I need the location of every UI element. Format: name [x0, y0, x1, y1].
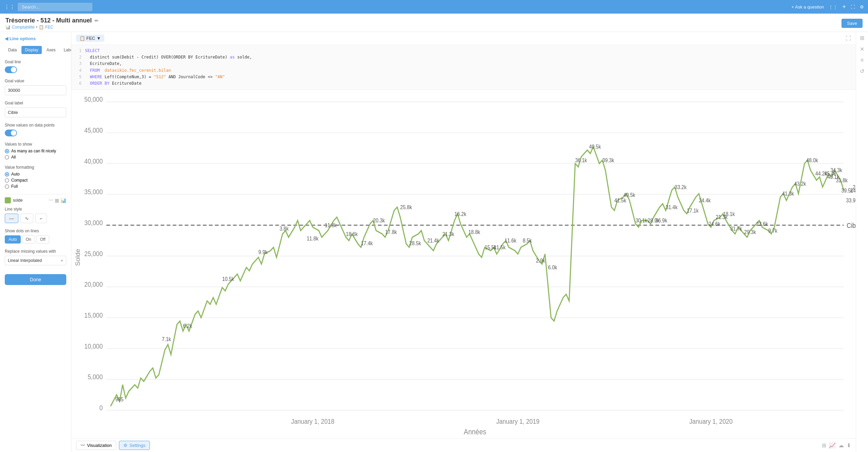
show-values-label: Show values on data points — [5, 123, 66, 128]
cloud-upload-icon[interactable]: ☁ — [838, 442, 844, 449]
svg-text:0: 0 — [99, 404, 103, 412]
rs-table-icon[interactable]: ⊞ — [860, 35, 864, 41]
svg-text:8.5k: 8.5k — [523, 238, 532, 244]
line-style-options: — ∿ ⌐ — [5, 214, 66, 223]
breadcrumb-icon-2: 📋 — [39, 25, 44, 30]
svg-text:34.3k: 34.3k — [830, 167, 842, 173]
bottom-right-actions: ⊞ 📈 ☁ ⬇ — [822, 442, 851, 449]
series-line-icon[interactable]: 〰 — [49, 198, 53, 203]
chart-svg: 50,000 45,000 40,000 35,000 30,000 25,00… — [71, 90, 856, 438]
svg-text:11.5k: 11.5k — [494, 244, 506, 250]
tab-data[interactable]: Data — [5, 46, 20, 54]
svg-text:40.5k: 40.5k — [623, 192, 635, 198]
svg-text:15,000: 15,000 — [84, 312, 103, 319]
download-icon[interactable]: ⬇ — [847, 442, 851, 449]
topnav-right: + Ask a question ⋮⋮ + ⛶ ⚙ — [792, 3, 864, 11]
svg-text:45,000: 45,000 — [84, 127, 103, 134]
grid-icon[interactable]: ⋮⋮ — [829, 4, 837, 10]
dots-auto[interactable]: Auto — [5, 235, 21, 244]
goal-value-input[interactable] — [5, 85, 66, 95]
svg-text:31.8k: 31.8k — [836, 177, 848, 183]
done-button[interactable]: Done — [5, 274, 66, 285]
dots-off[interactable]: Off — [36, 235, 49, 244]
back-link[interactable]: ◀ Line options — [5, 36, 66, 41]
svg-text:January 1, 2020: January 1, 2020 — [689, 418, 732, 425]
svg-text:18.6k: 18.6k — [346, 231, 358, 237]
svg-text:21.3k: 21.3k — [442, 231, 454, 237]
svg-text:17.4k: 17.4k — [361, 240, 373, 247]
sql-editor: 1SELECT 2 distinct sum(Debit - Credit) O… — [71, 45, 856, 90]
series-bar-icon[interactable]: ▦ — [55, 198, 59, 203]
svg-text:36.1k: 36.1k — [575, 157, 587, 163]
search-input[interactable] — [18, 3, 92, 11]
chart-icon[interactable]: 📈 — [829, 442, 836, 449]
goal-label-input[interactable] — [5, 107, 66, 117]
svg-text:11.8k: 11.8k — [325, 222, 337, 228]
series-color-swatch[interactable] — [5, 197, 11, 203]
svg-text:41.5k: 41.5k — [614, 198, 626, 204]
svg-text:48.0k: 48.0k — [806, 157, 818, 163]
ls-solid[interactable]: — — [5, 214, 18, 223]
radio-auto[interactable]: Auto — [5, 172, 66, 177]
expand-icon[interactable]: ⛶ — [846, 35, 851, 41]
header-left: Trésorerie - 512 - Multi annuel ✏ 📊 Comp… — [5, 17, 99, 30]
show-values-toggle[interactable] — [5, 130, 17, 136]
chart-bottombar: 〰 Visualization ⚙ Settings ⊞ 📈 ☁ ⬇ — [71, 438, 856, 452]
table-icon[interactable]: ⊞ — [822, 442, 826, 449]
radio-full[interactable]: Full — [5, 184, 66, 189]
svg-text:9.9k: 9.9k — [258, 249, 267, 255]
goal-label-label: Goal label — [5, 101, 66, 105]
svg-text:29.3k: 29.3k — [744, 229, 756, 235]
tab-labels[interactable]: Labels — [60, 46, 71, 54]
goal-label-section: Goal label — [5, 101, 66, 117]
tab-axes[interactable]: Axes — [43, 46, 59, 54]
svg-text:16.2k: 16.2k — [454, 211, 466, 217]
missing-values-select[interactable]: Linear Interpolated — [5, 256, 66, 265]
svg-text:Cible: Cible — [847, 222, 856, 229]
edit-title-icon[interactable]: ✏ — [94, 18, 99, 23]
rs-refresh-icon[interactable]: ↺ — [860, 68, 864, 74]
save-button[interactable]: Save — [841, 19, 863, 28]
svg-text:2.9k: 2.9k — [536, 258, 545, 264]
value-formatting-label: Value formatting — [5, 165, 66, 170]
settings-tab[interactable]: ⚙ Settings — [119, 441, 150, 450]
settings-icon[interactable]: ⚙ — [860, 4, 864, 10]
svg-text:25,000: 25,000 — [84, 250, 103, 257]
series-combo-icon[interactable]: 📊 — [60, 198, 66, 203]
rs-lines-icon[interactable]: ≡ — [861, 57, 864, 63]
rs-x-icon[interactable]: ✕ — [860, 46, 864, 52]
breadcrumb: 📊 Comptabilité • 📋 FEC — [5, 25, 99, 30]
svg-text:33.9k: 33.9k — [846, 198, 856, 204]
svg-text:20,000: 20,000 — [84, 281, 103, 288]
show-dots-section: Show dots on lines Auto On Off — [5, 229, 66, 244]
svg-text:985: 985 — [116, 397, 124, 403]
ask-question-button[interactable]: + Ask a question — [792, 4, 824, 10]
svg-text:31.4k: 31.4k — [666, 204, 678, 210]
radio-dot-full — [5, 184, 9, 189]
svg-text:9.7k: 9.7k — [768, 228, 778, 234]
svg-text:35,000: 35,000 — [84, 188, 103, 196]
ls-stepped[interactable]: ⌐ — [35, 214, 47, 223]
goal-line-toggle[interactable] — [5, 66, 17, 73]
add-icon[interactable]: + — [842, 3, 846, 11]
svg-text:January 1, 2019: January 1, 2019 — [496, 418, 539, 425]
goal-line-section: Goal line — [5, 60, 66, 73]
radio-as-many[interactable]: As many as can fit nicely — [5, 149, 66, 153]
svg-text:11.6k: 11.6k — [505, 238, 517, 244]
radio-compact[interactable]: Compact — [5, 178, 66, 183]
dots-on[interactable]: On — [22, 235, 35, 244]
visualization-tab[interactable]: 〰 Visualization — [76, 441, 116, 450]
svg-text:10,000: 10,000 — [84, 342, 103, 350]
svg-text:5,000: 5,000 — [88, 373, 103, 381]
radio-all[interactable]: All — [5, 155, 66, 160]
fec-badge[interactable]: 📋 FEC ▼ — [76, 35, 104, 42]
svg-text:3.8k: 3.8k — [280, 225, 289, 232]
ls-curved[interactable]: ∿ — [20, 214, 33, 223]
chart-topbar: 📋 FEC ▼ ⛶ — [71, 32, 856, 45]
chart-svg-wrap: 50,000 45,000 40,000 35,000 30,000 25,00… — [71, 90, 856, 438]
svg-text:28.5k: 28.5k — [409, 240, 421, 247]
fullscreen-icon[interactable]: ⛶ — [851, 4, 855, 10]
tab-display[interactable]: Display — [21, 46, 41, 54]
series-name: solde — [13, 198, 47, 203]
apps-icon[interactable]: ⋮⋮ — [4, 4, 15, 10]
